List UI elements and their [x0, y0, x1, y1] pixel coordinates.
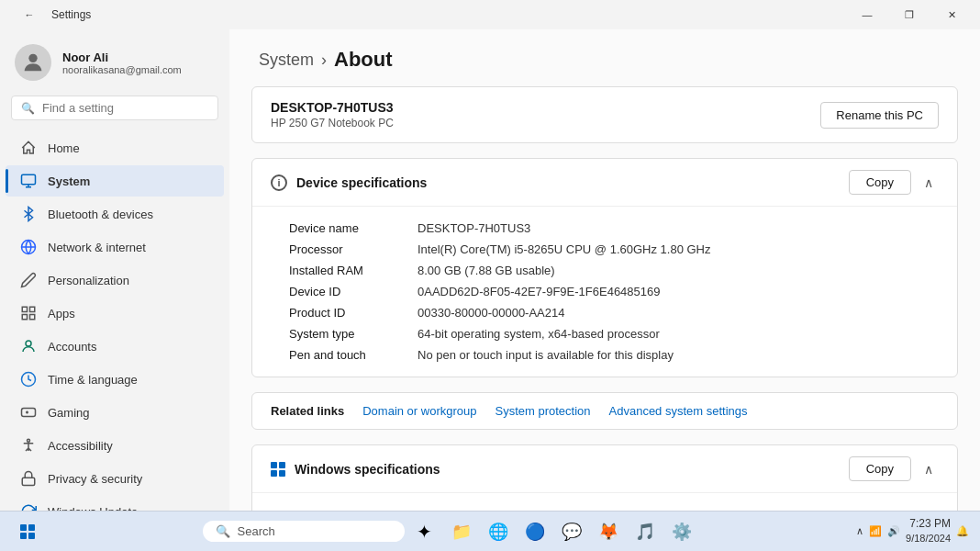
spec-label-processor: Processor: [289, 242, 418, 256]
related-link-advanced[interactable]: Advanced system settings: [609, 404, 748, 418]
spec-row-system-type: System type 64-bit operating system, x64…: [289, 323, 939, 344]
sidebar-item-accessibility-label: Accessibility: [48, 439, 113, 453]
spec-row-device-id: Device ID 0AADD62D-8F05-42E7-9F9E-1F6E46…: [289, 281, 939, 302]
pc-model: HP 250 G7 Notebook PC: [271, 117, 394, 129]
taskbar-search-icon: 🔍: [216, 524, 230, 538]
related-link-protection[interactable]: System protection: [495, 404, 590, 418]
spec-row-device-name: Device name DESKTOP-7H0TUS3: [289, 218, 939, 239]
sidebar-item-system[interactable]: System: [6, 165, 224, 197]
search-box[interactable]: 🔍: [11, 96, 218, 120]
maximize-button[interactable]: ❐: [888, 0, 930, 29]
taskbar-settings-app[interactable]: ⚙️: [665, 515, 698, 548]
notification-icon[interactable]: 🔔: [956, 525, 969, 537]
spec-row-processor: Processor Intel(R) Core(TM) i5-8265U CPU…: [289, 239, 939, 260]
spec-label-product-id: Product ID: [289, 306, 418, 320]
search-icon: 🔍: [21, 102, 35, 115]
taskbar-edge[interactable]: 🦊: [592, 515, 625, 548]
breadcrumb-parent: System: [259, 51, 314, 70]
taskbar-time: 7:23 PM: [906, 516, 951, 532]
minimize-button[interactable]: —: [846, 0, 888, 29]
sidebar-item-update[interactable]: Windows Update: [6, 496, 224, 511]
spec-label-system-type: System type: [289, 327, 418, 341]
sidebar-item-accessibility[interactable]: Accessibility: [6, 430, 224, 461]
taskbar-files[interactable]: 📁: [445, 515, 478, 548]
taskbar-chrome[interactable]: 🔵: [518, 515, 551, 548]
taskbar-chat[interactable]: 💬: [555, 515, 588, 548]
taskbar-right: ∧ 📶 🔊 7:23 PM 9/18/2024 🔔: [856, 516, 969, 545]
main-content: System › About DESKTOP-7H0TUS3 HP 250 G7…: [229, 29, 980, 511]
spec-label-device-name: Device name: [289, 221, 418, 235]
spec-value-ram: 8.00 GB (7.88 GB usable): [418, 264, 939, 277]
svg-rect-1: [22, 174, 36, 185]
sidebar-item-system-label: System: [48, 174, 90, 188]
related-links-label: Related links: [271, 404, 344, 418]
accounts-icon: [20, 338, 37, 354]
taskbar-browser[interactable]: 🌐: [482, 515, 515, 548]
device-specs-header: i Device specifications Copy ∧: [252, 159, 957, 207]
page-header: System › About: [229, 29, 980, 86]
apps-icon: [20, 305, 37, 321]
sidebar-item-time-label: Time & language: [48, 373, 138, 387]
windows-logo-icon: [271, 462, 285, 477]
user-name: Noor Ali: [62, 51, 182, 64]
sidebar-item-privacy-label: Privacy & security: [48, 472, 142, 486]
sidebar-item-network[interactable]: Network & internet: [6, 231, 224, 263]
svg-point-0: [28, 54, 37, 62]
app-title: Settings: [51, 8, 91, 21]
windows-specs-collapse-button[interactable]: ∧: [919, 460, 939, 478]
windows-specs-copy-button[interactable]: Copy: [849, 456, 911, 481]
user-info: Noor Ali nooralikasana@gmail.com: [62, 51, 182, 75]
spec-value-system-type: 64-bit operating system, x64-based proce…: [418, 327, 939, 341]
svg-point-7: [26, 341, 31, 346]
taskbar-clock[interactable]: 7:23 PM 9/18/2024: [906, 516, 951, 545]
device-specs-collapse-button[interactable]: ∧: [919, 174, 939, 192]
sidebar-item-privacy[interactable]: Privacy & security: [6, 463, 224, 494]
gaming-icon: [20, 404, 37, 421]
volume-icon-taskbar: 🔊: [887, 525, 900, 537]
pc-name-bar: DESKTOP-7H0TUS3 HP 250 G7 Notebook PC Re…: [251, 86, 958, 143]
sidebar-item-bluetooth[interactable]: Bluetooth & devices: [6, 198, 224, 230]
sidebar-item-accounts-label: Accounts: [48, 340, 96, 354]
titlebar: ← Settings — ❐ ✕: [0, 0, 980, 29]
related-link-domain[interactable]: Domain or workgroup: [362, 404, 476, 418]
device-specs-copy-button[interactable]: Copy: [849, 170, 911, 195]
sidebar-item-home-label: Home: [48, 141, 80, 155]
sidebar: Noor Ali nooralikasana@gmail.com 🔍 Home …: [0, 29, 229, 511]
user-profile[interactable]: Noor Ali nooralikasana@gmail.com: [0, 29, 229, 92]
sidebar-item-apps-label: Apps: [48, 307, 75, 320]
breadcrumb-arrow: ›: [321, 51, 327, 70]
user-email: nooralikasana@gmail.com: [62, 64, 182, 75]
network-icon-taskbar: 📶: [869, 525, 882, 537]
taskbar-tiktok[interactable]: 🎵: [629, 515, 662, 548]
sidebar-item-home[interactable]: Home: [6, 132, 224, 163]
taskbar-date: 9/18/2024: [906, 532, 951, 545]
spec-row-product-id: Product ID 00330-80000-00000-AA214: [289, 302, 939, 323]
network-icon: [20, 239, 37, 255]
search-input[interactable]: [42, 101, 208, 115]
sidebar-item-accounts[interactable]: Accounts: [6, 331, 224, 362]
info-icon: i: [271, 174, 287, 191]
spec-value-pen-touch: No pen or touch input is available for t…: [418, 348, 939, 362]
sidebar-item-time[interactable]: Time & language: [6, 364, 224, 395]
sidebar-item-personalization-label: Personalization: [48, 274, 129, 287]
taskbar-search-box[interactable]: 🔍 Search: [203, 521, 405, 542]
privacy-icon: [20, 470, 37, 487]
home-icon: [20, 140, 37, 156]
taskbar-system-tray-chevron[interactable]: ∧: [856, 525, 863, 537]
sidebar-item-network-label: Network & internet: [48, 241, 146, 254]
windows-specs-title: Windows specifications: [295, 462, 440, 477]
sidebar-item-personalization[interactable]: Personalization: [6, 264, 224, 296]
device-specs-actions: Copy ∧: [849, 170, 939, 195]
taskbar-center: 🔍 Search ✦ 📁 🌐 🔵 💬 🦊 🎵 ⚙️: [203, 515, 698, 548]
sidebar-item-apps[interactable]: Apps: [6, 298, 224, 329]
taskbar-start-button[interactable]: [11, 515, 44, 548]
rename-pc-button[interactable]: Rename this PC: [820, 102, 939, 129]
sidebar-item-gaming[interactable]: Gaming: [6, 397, 224, 428]
back-button[interactable]: ←: [15, 0, 44, 29]
spec-row-ram: Installed RAM 8.00 GB (7.88 GB usable): [289, 260, 939, 281]
close-button[interactable]: ✕: [930, 0, 973, 29]
taskbar-copilot[interactable]: ✦: [408, 515, 441, 548]
taskbar-search-text: Search: [238, 524, 275, 538]
sidebar-item-gaming-label: Gaming: [48, 406, 90, 420]
avatar: [15, 44, 51, 81]
